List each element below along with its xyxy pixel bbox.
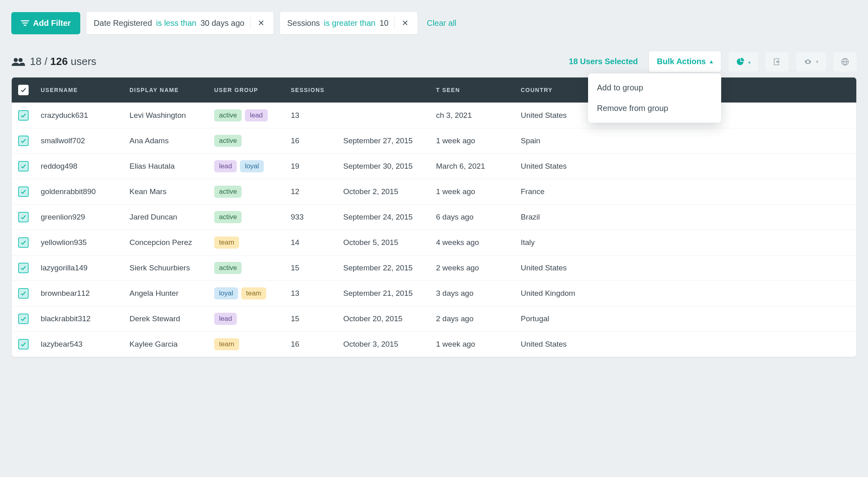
users-table: Username Display Name User Group Session… bbox=[11, 77, 857, 357]
filter-value: 10 bbox=[380, 19, 388, 28]
cell-last-seen: 6 days ago bbox=[430, 205, 514, 230]
add-filter-button[interactable]: Add Filter bbox=[11, 12, 80, 34]
row-checkbox[interactable] bbox=[18, 314, 29, 324]
cell-display-name: Kaylee Garcia bbox=[123, 332, 208, 357]
cell-user-group: team bbox=[208, 230, 284, 255]
cell-user-group: loyalteam bbox=[208, 281, 284, 306]
cell-display-name: Derek Steward bbox=[123, 306, 208, 332]
table-row[interactable]: smallwolf702Ana Adamsactive16September 2… bbox=[12, 128, 856, 154]
cell-username: lazygorilla149 bbox=[34, 255, 123, 281]
table-row[interactable]: goldenrabbit890Kean Marsactive12October … bbox=[12, 179, 856, 205]
export-button[interactable] bbox=[766, 52, 789, 71]
cell-user-group: active bbox=[208, 179, 284, 205]
row-checkbox[interactable] bbox=[18, 110, 29, 121]
filter-bar: Add Filter Date Registered is less than … bbox=[11, 11, 857, 35]
cell-registered: October 5, 2015 bbox=[337, 230, 430, 255]
select-all-checkbox[interactable] bbox=[18, 85, 29, 95]
row-checkbox[interactable] bbox=[18, 237, 29, 248]
row-checkbox[interactable] bbox=[18, 263, 29, 273]
table-row[interactable]: greenlion929Jared Duncanactive933Septemb… bbox=[12, 205, 856, 230]
bulk-menu-item[interactable]: Remove from group bbox=[588, 98, 721, 119]
col-last-seen[interactable]: T SEEN bbox=[430, 77, 514, 103]
col-user-group[interactable]: User Group bbox=[208, 77, 284, 103]
group-tag: active bbox=[214, 186, 242, 198]
filter-operator: is less than bbox=[156, 19, 196, 28]
filter-icon bbox=[21, 20, 29, 26]
group-tag: team bbox=[241, 287, 266, 299]
cell-sessions: 15 bbox=[284, 306, 337, 332]
cell-sessions: 16 bbox=[284, 332, 337, 357]
cell-display-name: Elias Hautala bbox=[123, 154, 208, 179]
cell-sessions: 13 bbox=[284, 281, 337, 306]
table-row[interactable]: reddog498Elias Hautalaleadloyal19Septemb… bbox=[12, 154, 856, 179]
visibility-button[interactable]: ▾ bbox=[796, 52, 826, 71]
bulk-actions-button[interactable]: Bulk Actions ▴ bbox=[649, 51, 722, 72]
table-row[interactable]: yellowlion935Concepcion Perezteam14Octob… bbox=[12, 230, 856, 255]
cell-user-group: active bbox=[208, 205, 284, 230]
cell-username: blackrabbit312 bbox=[34, 306, 123, 332]
cell-country: Italy bbox=[514, 230, 856, 255]
pie-chart-icon bbox=[736, 58, 744, 66]
chart-button[interactable]: ▴ bbox=[728, 52, 758, 71]
col-display-name[interactable]: Display Name bbox=[123, 77, 208, 103]
col-registered[interactable] bbox=[337, 77, 430, 103]
filter-field: Date Registered bbox=[94, 19, 152, 28]
col-username[interactable]: Username bbox=[34, 77, 123, 103]
table-row[interactable]: lazybear543Kaylee Garciateam16October 3,… bbox=[12, 332, 856, 357]
cell-display-name: Jared Duncan bbox=[123, 205, 208, 230]
cell-last-seen: 2 days ago bbox=[430, 306, 514, 332]
table-row[interactable]: brownbear112Angela Hunterloyalteam13Sept… bbox=[12, 281, 856, 306]
cell-display-name: Concepcion Perez bbox=[123, 230, 208, 255]
cell-user-group: active bbox=[208, 255, 284, 281]
cell-username: goldenrabbit890 bbox=[34, 179, 123, 205]
cell-display-name: Sierk Schuurbiers bbox=[123, 255, 208, 281]
globe-button[interactable] bbox=[833, 52, 857, 71]
cell-display-name: Ana Adams bbox=[123, 128, 208, 154]
row-checkbox[interactable] bbox=[18, 339, 29, 349]
cell-sessions: 13 bbox=[284, 103, 337, 128]
caret-up-icon: ▴ bbox=[710, 58, 713, 65]
svg-rect-1 bbox=[22, 23, 27, 24]
cell-registered bbox=[337, 103, 430, 128]
cell-country: Spain bbox=[514, 128, 856, 154]
group-tag: active bbox=[214, 135, 242, 147]
row-checkbox[interactable] bbox=[18, 136, 29, 146]
cell-username: greenlion929 bbox=[34, 205, 123, 230]
cell-country: Portugal bbox=[514, 306, 856, 332]
cell-last-seen: 1 week ago bbox=[430, 179, 514, 205]
col-sessions[interactable]: Sessions bbox=[284, 77, 337, 103]
table-row[interactable]: blackrabbit312Derek Stewardlead15October… bbox=[12, 306, 856, 332]
selected-count-label: 18 Users Selected bbox=[569, 57, 638, 66]
people-icon bbox=[11, 57, 25, 66]
filter-chip[interactable]: Sessions is greater than 10✕ bbox=[280, 11, 418, 35]
cell-username: crazyduck631 bbox=[34, 103, 123, 128]
row-checkbox[interactable] bbox=[18, 212, 29, 222]
cell-display-name: Levi Washington bbox=[123, 103, 208, 128]
group-tag: loyal bbox=[214, 287, 238, 299]
add-filter-label: Add Filter bbox=[33, 19, 71, 28]
toolbar: 18 / 126 users 18 Users Selected Bulk Ac… bbox=[11, 51, 857, 72]
remove-filter-button[interactable]: ✕ bbox=[400, 17, 410, 29]
caret-up-icon: ▴ bbox=[748, 59, 751, 65]
cell-last-seen: 4 weeks ago bbox=[430, 230, 514, 255]
bulk-menu-item[interactable]: Add to group bbox=[588, 77, 721, 98]
filter-field: Sessions bbox=[287, 19, 320, 28]
row-checkbox[interactable] bbox=[18, 288, 29, 299]
cell-username: smallwolf702 bbox=[34, 128, 123, 154]
clear-all-button[interactable]: Clear all bbox=[424, 13, 459, 33]
group-tag: team bbox=[214, 236, 239, 249]
cell-registered: October 3, 2015 bbox=[337, 332, 430, 357]
cell-last-seen: 1 week ago bbox=[430, 332, 514, 357]
count-unit: users bbox=[71, 55, 96, 67]
filter-chip[interactable]: Date Registered is less than 30 days ago… bbox=[86, 11, 274, 35]
cell-sessions: 19 bbox=[284, 154, 337, 179]
row-checkbox[interactable] bbox=[18, 186, 29, 197]
remove-filter-button[interactable]: ✕ bbox=[256, 17, 266, 29]
cell-sessions: 16 bbox=[284, 128, 337, 154]
table-row[interactable]: crazyduck631Levi Washingtonactivelead13c… bbox=[12, 103, 856, 128]
filter-value: 30 days ago bbox=[200, 19, 244, 28]
caret-down-icon: ▾ bbox=[816, 59, 818, 65]
cell-registered: October 20, 2015 bbox=[337, 306, 430, 332]
table-row[interactable]: lazygorilla149Sierk Schuurbiersactive15S… bbox=[12, 255, 856, 281]
row-checkbox[interactable] bbox=[18, 161, 29, 172]
